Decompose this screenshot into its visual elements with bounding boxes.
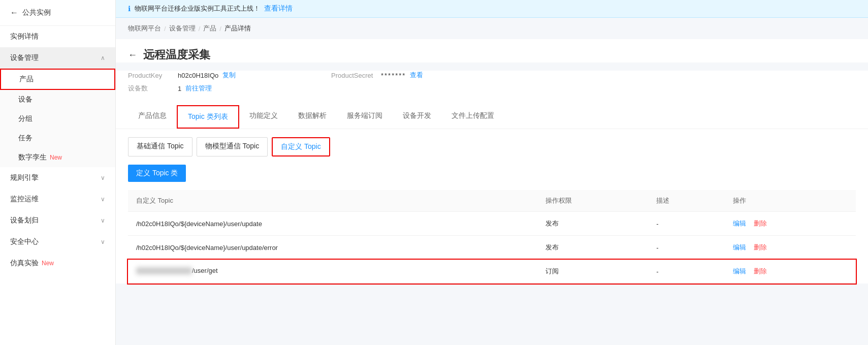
edit-link[interactable]: 编辑: [733, 243, 746, 251]
sidebar-item-device-management[interactable]: 设备管理 ∧: [0, 47, 115, 69]
sidebar-item-label: 实例详情: [10, 32, 39, 41]
action-cell: 编辑 删除: [725, 212, 856, 236]
sidebar-back-button[interactable]: ← 公共实例: [0, 0, 115, 26]
chevron-down-icon: ∨: [101, 174, 105, 181]
toolbar: 定义 Topic 类: [116, 156, 868, 190]
sidebar-item-label: 规则引擎: [10, 173, 39, 182]
banner: ℹ 物联网平台迁移企业版实例工具正式上线！ 查看详情: [116, 0, 868, 18]
sidebar-item-label: 监控运维: [10, 195, 39, 204]
permission-cell: 订阅: [537, 260, 648, 284]
col-action: 操作: [725, 190, 856, 212]
copy-link[interactable]: 复制: [222, 71, 236, 80]
breadcrumb-device-mgmt[interactable]: 设备管理: [169, 24, 196, 33]
col-description: 描述: [648, 190, 724, 212]
sub-tabs: 基础通信 Topic 物模型通信 Topic 自定义 Topic: [116, 129, 868, 156]
sidebar-item-monitor[interactable]: 监控运维 ∨: [0, 189, 115, 210]
sidebar-item-rule-engine[interactable]: 规则引擎 ∨: [0, 167, 115, 189]
table-row-highlighted: /user/get 订阅 - 编辑 删除: [128, 260, 856, 284]
device-count-value: 1: [178, 85, 181, 92]
table-header-row: 自定义 Topic 操作权限 描述 操作: [128, 190, 856, 212]
sidebar-item-simulation[interactable]: 仿真实验 New: [0, 253, 115, 274]
sidebar-item-security[interactable]: 安全中心 ∨: [0, 231, 115, 253]
breadcrumb: 物联网平台 / 设备管理 / 产品 / 产品详情: [116, 18, 868, 39]
topic-cell-highlighted: /user/get: [128, 260, 537, 284]
sidebar-item-digital-twin[interactable]: 数字孪生 New: [0, 148, 115, 167]
page-back-arrow[interactable]: ←: [128, 50, 137, 60]
tab-device-dev[interactable]: 设备开发: [393, 105, 441, 129]
page-title: 远程温度采集: [143, 47, 210, 62]
sub-tab-custom[interactable]: 自定义 Topic: [272, 137, 330, 156]
tab-file-upload[interactable]: 文件上传配置: [441, 105, 504, 129]
description-cell: -: [648, 260, 724, 284]
delete-link[interactable]: 删除: [754, 267, 767, 275]
goto-manage-link[interactable]: 前往管理: [185, 84, 212, 93]
banner-link[interactable]: 查看详情: [264, 4, 293, 13]
product-key-label: ProductKey: [128, 72, 174, 79]
page-header: ← 远程温度采集: [116, 39, 868, 62]
edit-link[interactable]: 编辑: [733, 267, 746, 275]
action-cell: 编辑 删除: [725, 236, 856, 260]
sub-tab-model[interactable]: 物模型通信 Topic: [197, 137, 268, 156]
chevron-down-icon: ∨: [101, 217, 105, 224]
tab-function-def[interactable]: 功能定义: [239, 105, 288, 129]
chevron-up-icon: ∧: [101, 54, 105, 61]
sidebar-back-label: 公共实例: [22, 8, 51, 17]
delete-link[interactable]: 删除: [754, 243, 767, 251]
sidebar-item-label: 安全中心: [10, 237, 39, 246]
product-secret-label: ProductSecret: [331, 72, 377, 79]
tab-product-info[interactable]: 产品信息: [128, 105, 177, 129]
sidebar-sub-item-label: 分组: [18, 114, 33, 122]
action-cell: 编辑 删除: [725, 260, 856, 284]
tab-topic-list[interactable]: Topic 类列表: [177, 105, 239, 129]
device-count-label: 设备数: [128, 84, 174, 93]
product-secret-row: ProductSecret ******* 查看: [331, 71, 636, 80]
product-info: ProductKey h02c0H18IQo 复制 ProductSecret …: [116, 71, 868, 105]
sub-tab-basic[interactable]: 基础通信 Topic: [128, 137, 192, 156]
chevron-down-icon: ∨: [101, 196, 105, 203]
edit-link[interactable]: 编辑: [733, 219, 746, 227]
tab-data-parse[interactable]: 数据解析: [288, 105, 337, 129]
product-key-value: h02c0H18IQo: [178, 72, 218, 79]
define-topic-button[interactable]: 定义 Topic 类: [128, 165, 186, 182]
sidebar-sub-item-label: 任务: [18, 134, 33, 142]
sidebar-sub-item-label: 产品: [19, 75, 34, 84]
new-badge: New: [42, 260, 54, 267]
sidebar-sub-items-device: 产品 设备 分组 任务 数字孪生 New: [0, 69, 115, 167]
info-icon: ℹ: [128, 5, 131, 13]
device-count-row: 设备数 1 前往管理: [128, 84, 856, 93]
topic-cell: /h02c0H18IQo/${deviceName}/user/update: [128, 212, 537, 236]
table-area: 自定义 Topic 操作权限 描述 操作 /h02c0H18IQo/${devi…: [116, 190, 868, 284]
sidebar-item-product[interactable]: 产品: [0, 69, 115, 90]
description-cell: -: [648, 212, 724, 236]
product-secret-value: *******: [381, 72, 406, 79]
breadcrumb-current: 产品详情: [224, 24, 251, 33]
sidebar-item-device-assign[interactable]: 设备划归 ∨: [0, 210, 115, 231]
delete-link[interactable]: 删除: [754, 219, 767, 227]
breadcrumb-iot[interactable]: 物联网平台: [128, 24, 161, 33]
sidebar-item-task[interactable]: 任务: [0, 129, 115, 148]
tabs-list: 产品信息 Topic 类列表 功能定义 数据解析 服务端订阅: [128, 105, 856, 129]
product-key-row: ProductKey h02c0H18IQo 复制: [128, 71, 331, 80]
sidebar-item-group[interactable]: 分组: [0, 109, 115, 129]
new-badge: New: [50, 154, 62, 161]
permission-cell: 发布: [537, 236, 648, 260]
sidebar-item-instance-detail[interactable]: 实例详情: [0, 26, 115, 47]
description-cell: -: [648, 236, 724, 260]
tab-server-subscribe[interactable]: 服务端订阅: [337, 105, 393, 129]
page-title-row: ← 远程温度采集: [128, 47, 856, 62]
permission-cell: 发布: [537, 212, 648, 236]
back-arrow-icon: ←: [10, 8, 18, 17]
sidebar-item-label: 设备划归: [10, 216, 39, 225]
sidebar-item-label: 设备管理: [10, 53, 39, 62]
col-topic: 自定义 Topic: [128, 190, 537, 212]
sidebar-item-device[interactable]: 设备: [0, 90, 115, 109]
table-row: /h02c0H18IQo/${deviceName}/user/update 发…: [128, 212, 856, 236]
banner-text: 物联网平台迁移企业版实例工具正式上线！: [135, 4, 260, 13]
topic-cell: /h02c0H18IQo/${deviceName}/user/update/e…: [128, 236, 537, 260]
view-link[interactable]: 查看: [410, 71, 423, 80]
sidebar-sub-item-label: 数字孪生: [18, 153, 47, 162]
topic-table: 自定义 Topic 操作权限 描述 操作 /h02c0H18IQo/${devi…: [128, 190, 856, 284]
main-tabs: 产品信息 Topic 类列表 功能定义 数据解析 服务端订阅: [116, 105, 868, 129]
breadcrumb-product[interactable]: 产品: [203, 24, 216, 33]
sidebar: ← 公共实例 实例详情 设备管理 ∧ 产品 设备 分组 任务: [0, 0, 116, 345]
